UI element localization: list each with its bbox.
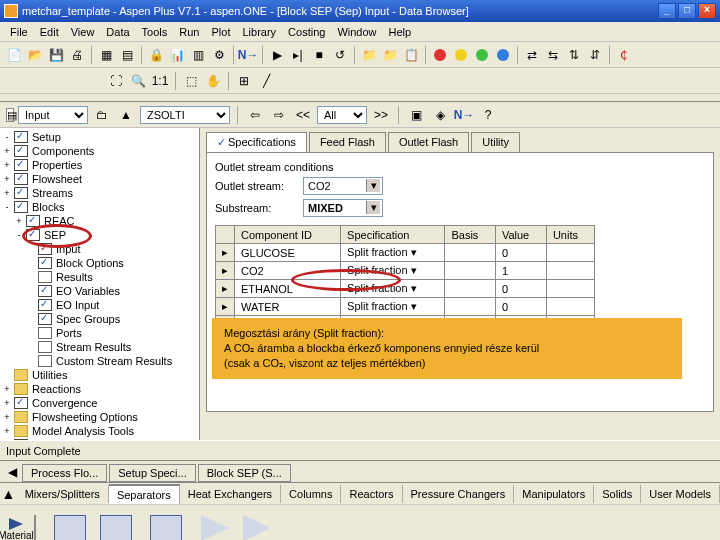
status-blue-icon[interactable] (493, 45, 513, 65)
tab-specifications[interactable]: Specifications (206, 132, 307, 152)
step-icon[interactable]: ▸| (288, 45, 308, 65)
sheet-icon[interactable]: 📋 (401, 45, 421, 65)
tree-item[interactable]: -Setup (2, 130, 197, 144)
chart-icon[interactable]: 📊 (167, 45, 187, 65)
results-icon[interactable]: ◈ (430, 105, 450, 125)
palette-tab-user-models[interactable]: User Models (641, 485, 720, 503)
tab-utility[interactable]: Utility (471, 132, 520, 152)
sheet-tab[interactable]: Block SEP (S... (198, 464, 291, 482)
menu-tools[interactable]: Tools (136, 24, 174, 40)
pane-combo[interactable]: Input (18, 106, 88, 124)
model-decanter[interactable]: Decanter (146, 515, 187, 540)
tree-item[interactable]: +EO Configuration (2, 438, 197, 440)
palette-tab-manipulators[interactable]: Manipulators (514, 485, 594, 503)
tree-item[interactable]: Ports (2, 326, 197, 340)
palette-tab-solids[interactable]: Solids (594, 485, 641, 503)
sheet-tab[interactable]: Process Flo... (22, 464, 107, 482)
run-icon[interactable]: ▶ (267, 45, 287, 65)
nav-fwd-icon[interactable]: ⇨ (269, 105, 289, 125)
pan-icon[interactable]: ✋ (203, 71, 223, 91)
tree-item[interactable]: +Convergence (2, 396, 197, 410)
tree-item[interactable]: Custom Stream Results (2, 354, 197, 368)
tree-item[interactable]: +Model Analysis Tools (2, 424, 197, 438)
minimize-button[interactable]: _ (658, 3, 676, 19)
print-icon[interactable]: 🖨 (67, 45, 87, 65)
palette-tab-columns[interactable]: Columns (281, 485, 341, 503)
lock-icon[interactable]: 🔒 (146, 45, 166, 65)
palette-tab-separators[interactable]: Separators (109, 484, 180, 504)
outlet-stream-combo[interactable]: CO2 (303, 177, 383, 195)
tree-item[interactable]: +Streams (2, 186, 197, 200)
tree-item[interactable]: -Blocks (2, 200, 197, 214)
grid-icon[interactable]: ▤ (117, 45, 137, 65)
status-yellow-icon[interactable] (451, 45, 471, 65)
status-green-icon[interactable] (472, 45, 492, 65)
table-icon[interactable]: ▥ (188, 45, 208, 65)
zoom-in-icon[interactable]: 🔍 (128, 71, 148, 91)
palette-tab-heat-exchangers[interactable]: Heat Exchangers (180, 485, 281, 503)
form-view-icon[interactable]: ▣ (406, 105, 426, 125)
menu-help[interactable]: Help (383, 24, 418, 40)
menu-plot[interactable]: Plot (205, 24, 236, 40)
tab-feed-flash[interactable]: Feed Flash (309, 132, 386, 152)
menu-edit[interactable]: Edit (34, 24, 65, 40)
tree-item[interactable]: +REAC (2, 214, 197, 228)
palette-tab-pressure-changers[interactable]: Pressure Changers (403, 485, 515, 503)
tree-item[interactable]: +Reactions (2, 382, 197, 396)
palette-tab-reactors[interactable]: Reactors (341, 485, 402, 503)
data-icon[interactable]: ▦ (96, 45, 116, 65)
connector-icon[interactable]: ╱ (256, 71, 276, 91)
help-icon[interactable]: ? (478, 105, 498, 125)
stop-icon[interactable]: ■ (309, 45, 329, 65)
tree-item[interactable]: Block Options (2, 256, 197, 270)
model-flash3[interactable]: Flash3 (100, 515, 132, 540)
flow4-icon[interactable]: ⇵ (585, 45, 605, 65)
model-flash2[interactable]: Flash2 (54, 515, 86, 540)
status-red-icon[interactable] (430, 45, 450, 65)
flow3-icon[interactable]: ⇅ (564, 45, 584, 65)
palette-tab-mixers-splitters[interactable]: Mixers/Splitters (17, 485, 109, 503)
table-row[interactable]: ▸ETHANOLSplit fraction ▾0 (216, 280, 595, 298)
table-row[interactable]: ▸GLUCOSESplit fraction ▾0 (216, 244, 595, 262)
reset-icon[interactable]: ↺ (330, 45, 350, 65)
folder1-icon[interactable]: 📁 (359, 45, 379, 65)
nav-next-button[interactable]: >> (371, 105, 391, 125)
user-combo[interactable]: ZSOLTI (140, 106, 230, 124)
tree-item[interactable]: Stream Results (2, 340, 197, 354)
next-icon[interactable]: N→ (238, 45, 258, 65)
zoom-actual-icon[interactable]: 1:1 (150, 71, 170, 91)
tree-item[interactable]: +Components (2, 144, 197, 158)
tree-item[interactable]: +Properties (2, 158, 197, 172)
sheet-tab[interactable]: Setup Speci... (109, 464, 196, 482)
palette-pointer-icon[interactable]: ▲ (0, 486, 17, 502)
menu-view[interactable]: View (65, 24, 101, 40)
nav-back-icon[interactable]: ⇦ (245, 105, 265, 125)
open-icon[interactable]: 📂 (25, 45, 45, 65)
flow1-icon[interactable]: ⇄ (522, 45, 542, 65)
zoom-fit-icon[interactable]: ⛶ (106, 71, 126, 91)
tree-item[interactable]: Spec Groups (2, 312, 197, 326)
menu-run[interactable]: Run (173, 24, 205, 40)
select-icon[interactable]: ⬚ (181, 71, 201, 91)
new-icon[interactable]: 📄 (4, 45, 24, 65)
tree-item[interactable]: Utilities (2, 368, 197, 382)
tree-item[interactable]: -SEP (2, 228, 197, 242)
nav-prev-button[interactable]: << (293, 105, 313, 125)
menu-costing[interactable]: Costing (282, 24, 331, 40)
tree-item[interactable]: +Flowsheet (2, 172, 197, 186)
flow2-icon[interactable]: ⇆ (543, 45, 563, 65)
substream-combo[interactable]: MIXED (303, 199, 383, 217)
align-icon[interactable]: ⊞ (234, 71, 254, 91)
folder2-icon[interactable]: 📁 (380, 45, 400, 65)
nav-next-required-button[interactable]: N→ (454, 105, 474, 125)
tab-outlet-flash[interactable]: Outlet Flash (388, 132, 469, 152)
model-sep2[interactable]: Sep2 (243, 515, 271, 540)
costing-icon[interactable]: ₵ (614, 45, 634, 65)
tree-pane[interactable]: -Setup+Components+Properties+Flowsheet+S… (0, 128, 200, 440)
tree-item[interactable]: EO Variables (2, 284, 197, 298)
menu-library[interactable]: Library (236, 24, 282, 40)
tree-item[interactable]: +Flowsheeting Options (2, 410, 197, 424)
close-button[interactable]: × (698, 3, 716, 19)
browse-icon[interactable]: 🗀 (92, 105, 112, 125)
stream-tool[interactable]: Material STREAMS (8, 515, 36, 541)
